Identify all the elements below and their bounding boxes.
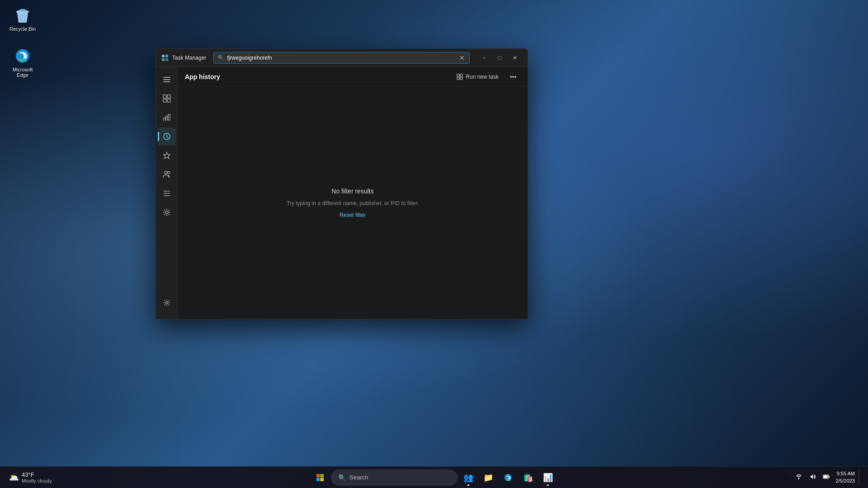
weather-icon: 🌥️: [9, 473, 19, 483]
sidebar: [156, 67, 178, 319]
svg-rect-8: [162, 58, 165, 61]
svg-rect-13: [167, 99, 170, 102]
sidebar-bottom: [158, 294, 176, 315]
tray-chevron[interactable]: ︿: [780, 472, 790, 483]
svg-point-21: [165, 302, 168, 304]
sidebar-nav: [158, 70, 176, 294]
edge-taskbar-icon: [504, 474, 512, 482]
show-desktop-button[interactable]: [859, 469, 863, 486]
tray-network-icon[interactable]: [794, 472, 804, 483]
svg-rect-9: [165, 58, 168, 61]
svg-rect-23: [460, 74, 462, 76]
svg-point-15: [165, 171, 167, 174]
reset-filter-link[interactable]: Reset filter: [340, 212, 365, 218]
search-field[interactable]: 🔍 ✕: [213, 52, 470, 64]
taskbar-search-icon: 🔍: [338, 474, 346, 481]
page-title: App history: [185, 73, 220, 80]
sidebar-item-users[interactable]: [158, 165, 176, 183]
store-icon: 🛍️: [523, 473, 533, 483]
header-actions: Run new task •••: [451, 70, 520, 84]
svg-rect-26: [316, 474, 320, 478]
svg-rect-29: [321, 478, 324, 481]
taskbar-search-bar[interactable]: 🔍 Search: [331, 469, 458, 486]
ellipsis-icon: •••: [510, 73, 517, 80]
minimize-button[interactable]: −: [477, 52, 491, 64]
recycle-bin-icon: [14, 6, 32, 24]
taskbar-app-explorer[interactable]: 📁: [479, 469, 497, 487]
svg-rect-12: [163, 99, 166, 102]
sidebar-item-details[interactable]: [158, 184, 176, 202]
title-bar: Task Manager 🔍 ✕ − □ ✕: [156, 49, 528, 67]
svg-rect-28: [316, 478, 320, 481]
window-title: Task Manager: [172, 55, 206, 61]
weather-condition: Mostly cloudy: [22, 478, 52, 483]
search-input[interactable]: [227, 55, 456, 61]
run-new-task-label: Run new task: [466, 74, 499, 80]
svg-point-20: [165, 211, 168, 214]
clock-time: 9:55 AM: [835, 470, 855, 477]
no-results-subtitle: Try typing in a different name, publishe…: [287, 200, 419, 206]
sidebar-item-settings[interactable]: [158, 294, 176, 312]
tray-battery-icon[interactable]: [821, 472, 832, 483]
svg-rect-10: [163, 95, 166, 98]
content-header: App history Run new task: [178, 67, 528, 87]
svg-rect-25: [460, 77, 462, 80]
taskbar: 🌥️ 43°F Mostly cloudy 🔍 Sear: [0, 466, 868, 488]
no-results-area: No filter results Try typing in a differ…: [178, 87, 528, 319]
svg-rect-32: [824, 475, 828, 478]
taskbar-search-label: Search: [349, 474, 368, 481]
desktop: Recycle Bin Microsoft Ed: [0, 0, 868, 488]
taskbar-app-task-manager[interactable]: 📊: [539, 469, 557, 487]
weather-widget[interactable]: 🌥️ 43°F Mostly cloudy: [5, 469, 56, 485]
explorer-icon: 📁: [483, 473, 493, 483]
sidebar-item-processes[interactable]: [158, 89, 176, 108]
hamburger-icon: [163, 77, 170, 82]
desktop-icon-edge[interactable]: Microsoft Edge: [5, 45, 41, 80]
taskbar-left: 🌥️ 43°F Mostly cloudy: [5, 469, 56, 485]
taskbar-app-store[interactable]: 🛍️: [519, 469, 537, 487]
search-clear-button[interactable]: ✕: [458, 53, 466, 62]
svg-line-3: [20, 14, 21, 21]
weather-temp: 43°F: [22, 471, 52, 478]
main-content: App history Run new task: [178, 67, 528, 319]
sidebar-item-performance[interactable]: [158, 108, 176, 127]
search-icon-inner: 🔍: [217, 55, 224, 61]
maximize-button[interactable]: □: [492, 52, 507, 64]
svg-rect-27: [321, 474, 324, 478]
taskbar-right: ︿: [780, 469, 863, 486]
clock-date: 2/5/2023: [835, 478, 855, 484]
edge-label: Microsoft Edge: [6, 67, 39, 78]
system-clock[interactable]: 9:55 AM 2/5/2023: [835, 470, 855, 484]
run-task-icon: [457, 74, 463, 80]
window-body: App history Run new task: [156, 67, 528, 319]
svg-rect-6: [162, 55, 165, 57]
svg-line-5: [24, 14, 25, 21]
more-options-button[interactable]: •••: [506, 70, 520, 84]
sidebar-menu-toggle[interactable]: [158, 70, 176, 89]
svg-rect-22: [457, 74, 459, 76]
desktop-icon-recycle-bin[interactable]: Recycle Bin: [5, 5, 41, 33]
svg-rect-2: [20, 9, 25, 10]
svg-rect-24: [457, 77, 459, 80]
sidebar-item-services[interactable]: [158, 203, 176, 221]
run-new-task-button[interactable]: Run new task: [451, 72, 504, 82]
task-manager-window: Task Manager 🔍 ✕ − □ ✕: [156, 48, 528, 319]
sidebar-item-startup[interactable]: [158, 146, 176, 164]
close-button[interactable]: ✕: [508, 52, 522, 64]
edge-icon: [14, 47, 32, 65]
start-button[interactable]: [311, 469, 329, 487]
task-manager-taskbar-icon: 📊: [543, 473, 553, 483]
svg-rect-30: [798, 478, 800, 479]
svg-point-16: [167, 172, 170, 174]
taskbar-center: 🔍 Search 👥 📁: [311, 469, 557, 487]
tray-volume-icon[interactable]: [807, 472, 817, 483]
svg-rect-11: [167, 95, 170, 98]
no-results-title: No filter results: [331, 188, 373, 195]
svg-rect-33: [829, 476, 830, 478]
windows-logo-icon: [316, 474, 324, 482]
window-controls: − □ ✕: [477, 52, 522, 64]
sidebar-item-app-history[interactable]: [158, 127, 176, 145]
taskbar-app-edge[interactable]: [499, 469, 517, 487]
taskbar-app-teams[interactable]: 👥: [459, 469, 477, 487]
svg-rect-7: [165, 55, 168, 57]
